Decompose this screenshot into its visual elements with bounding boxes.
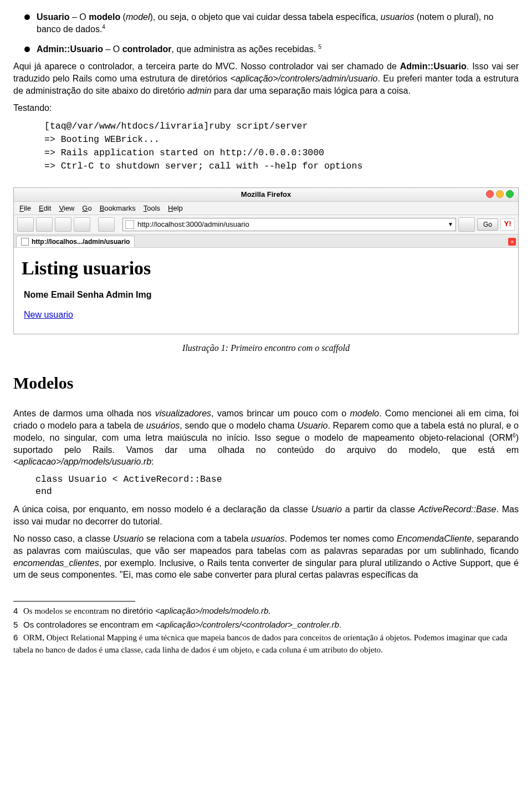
t: <aplicação>/models/modelo.rb xyxy=(155,606,268,615)
search-icon[interactable] xyxy=(458,217,475,232)
t: A única coisa, por enquanto, em nosso mo… xyxy=(13,504,311,514)
model-it: model xyxy=(126,12,150,22)
menu-view[interactable]: View xyxy=(59,203,74,213)
back-button[interactable] xyxy=(17,217,34,232)
fn-ref-5: 5 xyxy=(319,44,322,50)
t: encomendas_clientes xyxy=(13,558,99,568)
menu-help[interactable]: Help xyxy=(168,203,183,213)
label: Usuario xyxy=(37,12,70,22)
t: EncomendaCliente xyxy=(397,534,472,543)
footnote-6: 6ORM, Object Relational Mapping é uma té… xyxy=(13,631,519,656)
go-button[interactable]: Go xyxy=(477,218,498,231)
home-button[interactable] xyxy=(98,217,115,232)
t: usuários xyxy=(146,421,180,430)
t: ActiveRecord::Base xyxy=(418,504,497,514)
modelos-paragraph: Antes de darmos uma olhada nos visualiza… xyxy=(13,407,519,467)
t: Usuario xyxy=(297,421,328,430)
t: : xyxy=(151,457,154,466)
t: Antes de darmos uma olhada nos xyxy=(13,409,155,418)
t: visualizadores xyxy=(155,409,211,418)
t: ORM, Object Relational Mapping é uma téc… xyxy=(13,633,507,654)
close-tab-icon[interactable]: × xyxy=(508,238,516,246)
t: Usuario xyxy=(311,504,342,514)
t: admin xyxy=(187,86,212,95)
footnote-5: 5Os controladores se encontram em <aplic… xyxy=(13,619,519,631)
window-titlebar: Mozilla Firefox xyxy=(14,188,518,202)
t: . xyxy=(339,620,341,629)
page-heading: Listing usuarios xyxy=(22,256,510,281)
tab-label: http://localhos.../admin/usuario xyxy=(32,237,130,246)
t: Aqui já aparece o controlador, a terceir… xyxy=(13,62,400,71)
t: usuarios xyxy=(381,12,414,22)
last-paragraph: No nosso caso, a classe Usuario se relac… xyxy=(13,533,519,580)
bullet-admin: Admin::Usuario – O controlador, que admi… xyxy=(24,43,519,55)
forward-button[interactable] xyxy=(36,217,53,232)
t: . Podemos ter nomes como xyxy=(285,534,397,543)
browser-screenshot: Mozilla Firefox File Edit View Go Bookma… xyxy=(13,187,519,335)
stop-button[interactable] xyxy=(74,217,90,232)
t: Os controladores se encontram em xyxy=(23,620,155,629)
t: . xyxy=(268,607,270,615)
bullet-body: Usuario – O modelo (model), ou seja, o o… xyxy=(37,11,519,35)
new-usuario-link[interactable]: New usuario xyxy=(24,310,73,319)
dropdown-icon[interactable]: ▼ xyxy=(448,221,453,228)
bullet-icon xyxy=(24,14,30,20)
section-modelos: Modelos xyxy=(13,372,519,395)
page-content: Listing usuarios Nome Email Senha Admin … xyxy=(14,248,518,334)
t: Admin::Usuario xyxy=(400,62,467,71)
t: – O xyxy=(103,44,122,54)
tab-active[interactable]: http://localhos.../admin/usuario xyxy=(16,236,135,247)
menu-edit[interactable]: Edit xyxy=(39,203,51,213)
bullet-icon xyxy=(24,47,30,52)
t: – O xyxy=(70,12,89,22)
t: Os modelos se encontram xyxy=(23,607,109,615)
intro-paragraph: Aqui já aparece o controlador, a terceir… xyxy=(13,60,519,96)
zoom-icon[interactable] xyxy=(506,190,514,198)
path: <aplicação>/controlers/admin/usuario xyxy=(231,74,378,83)
modelo: modelo xyxy=(89,12,120,22)
close-icon[interactable] xyxy=(486,190,494,198)
testing-label: Testando: xyxy=(13,102,519,114)
reload-button[interactable] xyxy=(55,217,71,232)
table-header: Nome Email Senha Admin Img xyxy=(24,289,510,301)
t: <aplicacao>/app/models/usuario.rb xyxy=(13,457,151,466)
t: , sendo que o modelo chama xyxy=(180,421,297,430)
after-code-paragraph: A única coisa, por enquanto, em nosso mo… xyxy=(13,503,519,527)
t: ( xyxy=(120,12,126,22)
label: Admin::Usuario xyxy=(37,44,103,54)
model-code: class Usuario < ActiveRecord::Base end xyxy=(35,473,519,498)
minimize-icon[interactable] xyxy=(496,190,504,198)
menu-bookmarks[interactable]: Bookmarks xyxy=(100,203,136,213)
bullet-body: Admin::Usuario – O controlador, que admi… xyxy=(37,43,519,55)
yahoo-icon[interactable]: Y! xyxy=(500,218,515,231)
footnote-4: 4Os modelos se encontram no diretório <a… xyxy=(13,605,519,618)
menu-tools[interactable]: Tools xyxy=(144,203,160,213)
t: <aplicação>/controlers/<controlador>_con… xyxy=(155,620,339,629)
favicon-icon xyxy=(21,238,29,246)
t: usuarios xyxy=(251,534,284,543)
toolbar: http://localhost:3000/admin/usuario ▼ Go… xyxy=(14,215,518,235)
terminal-output: [taq@/var/www/htdocs/livraria]ruby scrip… xyxy=(44,120,519,173)
t: , vamos brincar um pouco com o xyxy=(211,409,350,418)
t: no diretório xyxy=(109,606,155,615)
tab-strip: http://localhos.../admin/usuario × xyxy=(14,235,518,248)
t: Usuario xyxy=(113,534,144,543)
bullet-usuario: Usuario – O modelo (model), ou seja, o o… xyxy=(24,11,519,35)
fn-ref-4: 4 xyxy=(102,24,105,30)
t: , que administra as ações recebidas. xyxy=(172,44,319,54)
menu-bar[interactable]: File Edit View Go Bookmarks Tools Help xyxy=(14,202,518,216)
url-bar[interactable]: http://localhost:3000/admin/usuario ▼ xyxy=(122,218,456,231)
t: ), ou seja, o objeto que vai cuidar dess… xyxy=(150,12,381,22)
t: a partir da classe xyxy=(342,504,418,514)
figure-caption: Ilustração 1: Primeiro encontro com o sc… xyxy=(13,342,519,354)
menu-file[interactable]: File xyxy=(19,203,31,213)
window-controls[interactable] xyxy=(486,190,514,198)
ctrl: controlador xyxy=(122,44,172,54)
t: modelo xyxy=(350,409,379,418)
t: No nosso caso, a classe xyxy=(13,534,113,543)
page-icon xyxy=(125,220,134,229)
footnote-separator xyxy=(13,601,135,602)
window-title: Mozilla Firefox xyxy=(18,190,514,200)
menu-go[interactable]: Go xyxy=(82,203,91,213)
url-text: http://localhost:3000/admin/usuario xyxy=(137,220,444,230)
